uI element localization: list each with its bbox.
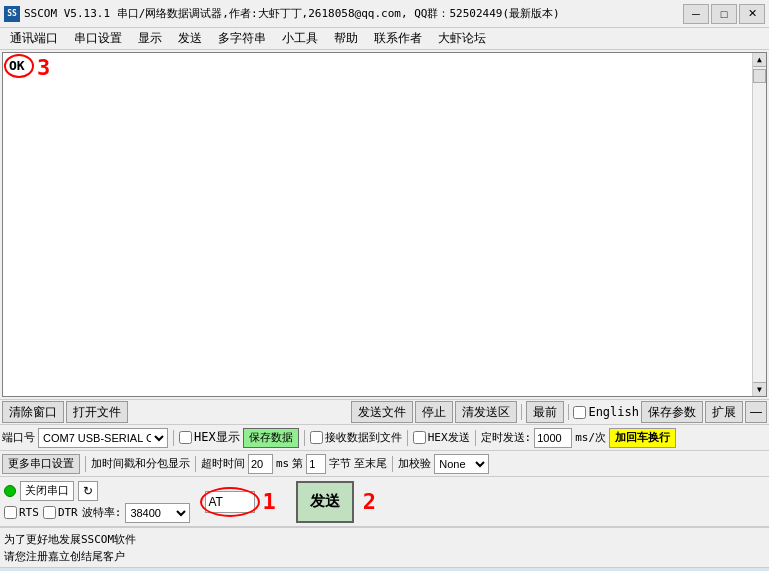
send-file-button[interactable]: 发送文件 bbox=[351, 401, 413, 423]
english-label: English bbox=[588, 405, 639, 419]
toolbar3-area: 关闭串口 ↻ RTS DTR 波特率: 38400 9600 115200 1 bbox=[0, 477, 769, 527]
clear-send-button[interactable]: 清发送区 bbox=[455, 401, 517, 423]
minimize-button[interactable]: ─ bbox=[683, 4, 709, 24]
status-indicator bbox=[4, 485, 16, 497]
timed-send-input[interactable] bbox=[534, 428, 572, 448]
port-select[interactable]: COM7 USB-SERIAL CH340 bbox=[38, 428, 168, 448]
status-bar: 为了更好地发展SSCOM软件 请您注册嘉立创结尾客户 bbox=[0, 527, 769, 567]
ok-text: OK bbox=[9, 58, 25, 73]
at-input[interactable] bbox=[205, 491, 255, 513]
menu-serial-settings[interactable]: 串口设置 bbox=[66, 28, 130, 49]
menu-comm-port[interactable]: 通讯端口 bbox=[2, 28, 66, 49]
rts-text: RTS bbox=[19, 506, 39, 519]
clear-window-button[interactable]: 清除窗口 bbox=[2, 401, 64, 423]
sep8 bbox=[195, 456, 196, 472]
app-title: SSCOM V5.13.1 串口/网络数据调试器,作者:大虾丁丁,2618058… bbox=[24, 6, 560, 21]
hex-send-checkbox[interactable] bbox=[413, 431, 426, 444]
menu-send[interactable]: 发送 bbox=[170, 28, 210, 49]
stop-button[interactable]: 停止 bbox=[415, 401, 453, 423]
timestamp-label: 加时间戳和分包显示 bbox=[91, 456, 190, 471]
status-line1: 为了更好地发展SSCOM软件 bbox=[4, 532, 765, 547]
hex-send-label[interactable]: HEX发送 bbox=[413, 430, 470, 445]
title-controls: ─ □ ✕ bbox=[683, 4, 765, 24]
rts-checkbox[interactable] bbox=[4, 506, 17, 519]
title-bar: SS SSCOM V5.13.1 串口/网络数据调试器,作者:大虾丁丁,2618… bbox=[0, 0, 769, 28]
menu-bar: 通讯端口 串口设置 显示 发送 多字符串 小工具 帮助 联系作者 大虾论坛 bbox=[0, 28, 769, 50]
dtr-label[interactable]: DTR bbox=[43, 506, 78, 519]
close-port-row: 关闭串口 ↻ bbox=[4, 481, 190, 501]
at-input-wrapper bbox=[205, 491, 255, 513]
menu-multistring[interactable]: 多字符串 bbox=[210, 28, 274, 49]
sep5 bbox=[407, 430, 408, 446]
timed-send-label: 定时发送: bbox=[481, 430, 532, 445]
menu-contact[interactable]: 联系作者 bbox=[366, 28, 430, 49]
more-port-button[interactable]: 更多串口设置 bbox=[2, 454, 80, 474]
num3-annotation: 3 bbox=[37, 55, 50, 80]
main-scrollbar[interactable]: ▲ ▼ bbox=[752, 53, 766, 396]
separator1 bbox=[521, 404, 522, 420]
refresh-button[interactable]: ↻ bbox=[78, 481, 98, 501]
page-input[interactable] bbox=[306, 454, 326, 474]
rts-dtr-baud-row: RTS DTR 波特率: 38400 9600 115200 bbox=[4, 503, 190, 523]
hex-display-text: HEX显示 bbox=[194, 429, 240, 446]
sep4 bbox=[304, 430, 305, 446]
title-left: SS SSCOM V5.13.1 串口/网络数据调试器,作者:大虾丁丁,2618… bbox=[4, 6, 560, 22]
baud-label: 波特率: bbox=[82, 505, 122, 520]
timeout-input[interactable] bbox=[248, 454, 273, 474]
recv-file-checkbox[interactable] bbox=[310, 431, 323, 444]
sep7 bbox=[85, 456, 86, 472]
menu-forum[interactable]: 大虾论坛 bbox=[430, 28, 494, 49]
num1-annotation: 1 bbox=[262, 489, 275, 514]
timeout-label: 超时时间 bbox=[201, 456, 245, 471]
hex-display-label[interactable]: HEX显示 bbox=[179, 429, 240, 446]
verify-select[interactable]: None bbox=[434, 454, 489, 474]
recv-file-label[interactable]: 接收数据到文件 bbox=[310, 430, 402, 445]
send-button-wrapper: 发送 bbox=[296, 481, 354, 523]
save-param-button[interactable]: 保存参数 bbox=[641, 401, 703, 423]
hex-send-text: HEX发送 bbox=[428, 430, 470, 445]
sep6 bbox=[475, 430, 476, 446]
open-file-button[interactable]: 打开文件 bbox=[66, 401, 128, 423]
prev-button[interactable]: 最前 bbox=[526, 401, 564, 423]
rts-label[interactable]: RTS bbox=[4, 506, 39, 519]
toolbar2: 端口号 COM7 USB-SERIAL CH340 HEX显示 保存数据 接收数… bbox=[0, 425, 769, 451]
sep9 bbox=[392, 456, 393, 472]
expand-button[interactable]: 扩展 bbox=[705, 401, 743, 423]
status-line2: 请您注册嘉立创结尾客户 bbox=[4, 549, 765, 564]
dash-button[interactable]: — bbox=[745, 401, 767, 423]
menu-display[interactable]: 显示 bbox=[130, 28, 170, 49]
toolbar1: 清除窗口 打开文件 发送文件 停止 清发送区 最前 English 保存参数 扩… bbox=[0, 399, 769, 425]
timed-unit-label: ms/次 bbox=[575, 430, 606, 445]
timeout-ms-label: ms bbox=[276, 457, 289, 470]
close-button[interactable]: ✕ bbox=[739, 4, 765, 24]
recv-file-text: 接收数据到文件 bbox=[325, 430, 402, 445]
separator2 bbox=[568, 404, 569, 420]
byte-label: 字节 bbox=[329, 456, 351, 471]
verify-label: 加校验 bbox=[398, 456, 431, 471]
baud-select[interactable]: 38400 9600 115200 bbox=[125, 503, 190, 523]
save-data-button[interactable]: 保存数据 bbox=[243, 428, 299, 448]
dtr-text: DTR bbox=[58, 506, 78, 519]
add-cr-button[interactable]: 加回车换行 bbox=[609, 428, 676, 448]
close-port-button[interactable]: 关闭串口 bbox=[20, 481, 74, 501]
app-icon: SS bbox=[4, 6, 20, 22]
num2-annotation: 2 bbox=[363, 489, 376, 514]
port-label: 端口号 bbox=[2, 430, 35, 445]
toolbar2b: 更多串口设置 加时间戳和分包显示 超时时间 ms 第 字节 至末尾 加校验 No… bbox=[0, 451, 769, 477]
main-content-area: OK 3 ▲ ▼ bbox=[2, 52, 767, 397]
upgrade-bar: 【升级到V5.13.1】★合宙高性价比at模块值得一试 ★RT-Thread中国… bbox=[0, 567, 769, 571]
dtr-checkbox[interactable] bbox=[43, 506, 56, 519]
sep3 bbox=[173, 430, 174, 446]
send-button[interactable]: 发送 bbox=[296, 481, 354, 523]
port-controls: 关闭串口 ↻ RTS DTR 波特率: 38400 9600 115200 bbox=[4, 481, 190, 523]
page-label: 第 bbox=[292, 456, 303, 471]
hex-display-checkbox[interactable] bbox=[179, 431, 192, 444]
end-label: 至末尾 bbox=[354, 456, 387, 471]
menu-help[interactable]: 帮助 bbox=[326, 28, 366, 49]
english-checkbox[interactable] bbox=[573, 406, 586, 419]
maximize-button[interactable]: □ bbox=[711, 4, 737, 24]
menu-tools[interactable]: 小工具 bbox=[274, 28, 326, 49]
english-checkbox-label[interactable]: English bbox=[573, 405, 639, 419]
